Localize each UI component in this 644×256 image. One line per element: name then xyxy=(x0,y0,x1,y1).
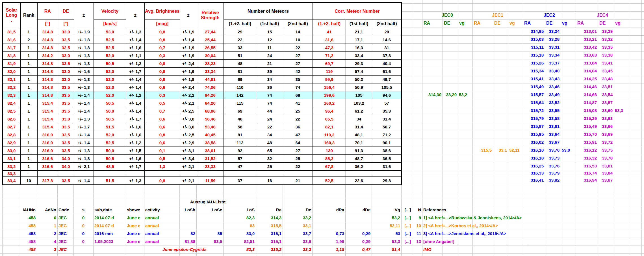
cell-n2[interactable]: 14 xyxy=(283,28,313,36)
col-header-rank[interactable]: Rank xyxy=(20,3,37,28)
iau-cell-n[interactable]: 10 xyxy=(416,222,421,230)
iau-cell-de[interactable]: 33,3 xyxy=(303,246,311,253)
cell-pm1[interactable]: +/- 1,3 xyxy=(74,83,94,91)
cell-c12[interactable]: 41 xyxy=(313,28,346,36)
cell-n1[interactable]: 16 xyxy=(256,177,283,185)
iau-header-s[interactable]: s xyxy=(73,206,93,214)
jec-value-jec2-ra[interactable]: 315,87 xyxy=(523,122,544,130)
jec-value-jec4-de[interactable]: 33,54 xyxy=(598,91,613,99)
cell-rel[interactable]: 28,23 xyxy=(197,60,224,68)
col-header-pm-radec[interactable]: ± xyxy=(74,3,94,28)
cell-pm3[interactable]: +/- 2,5 xyxy=(180,131,197,139)
cell-mag[interactable]: 0,5 xyxy=(145,99,180,107)
cell-pm3[interactable]: +/- 2,9 xyxy=(180,139,197,147)
cell-c12[interactable]: 82,1 xyxy=(313,123,346,131)
cell-c1[interactable]: 57,4 xyxy=(346,68,372,76)
col-header-nom-1st-half[interactable]: (1st half) xyxy=(256,20,283,28)
cell-c1[interactable]: 91,3 xyxy=(346,147,372,155)
cell-ra[interactable]: 314,8 xyxy=(37,76,58,83)
jec-value-jec4-de[interactable]: 33,60 xyxy=(598,107,613,115)
cell-n12[interactable]: 92 xyxy=(224,147,256,155)
cell-rel[interactable]: 23,33 xyxy=(197,163,224,171)
jec-value-jec0-ra[interactable]: 314,30 xyxy=(422,91,441,99)
cell-sl[interactable]: 82,7 xyxy=(3,123,20,131)
cell-c2[interactable]: 37,8 xyxy=(372,52,402,60)
cell-de[interactable]: 33,5 xyxy=(58,147,74,155)
cell-n12[interactable]: 81 xyxy=(224,131,256,139)
cell-rank[interactable]: 1 xyxy=(20,99,37,107)
cell-de[interactable]: 34,0 xyxy=(58,155,74,163)
jec-value-jec2-de[interactable]: 33,49 xyxy=(545,91,560,99)
cell-rel[interactable]: 44,81 xyxy=(197,76,224,83)
cell-rank[interactable]: 1 xyxy=(20,44,37,52)
cell-c2[interactable]: 31,6 xyxy=(372,163,402,171)
iau-cell-s[interactable]: 0 xyxy=(73,238,93,246)
cell-vel[interactable]: 50,0 xyxy=(94,147,126,155)
jec-value-jec4-ra[interactable]: 316,53 xyxy=(576,162,597,170)
iau-cell-vg[interactable]: 52,11 xyxy=(390,222,400,230)
cell-pm2[interactable]: +/- 1,5 xyxy=(126,147,145,155)
jec-value-jec2-de[interactable]: 33,31 xyxy=(545,43,560,51)
jec-value-jec2-de[interactable]: 33,64 xyxy=(545,130,560,138)
cell-mag[interactable]: 0,6 xyxy=(145,115,180,123)
cell-rel[interactable]: 38,58 xyxy=(197,139,224,147)
cell-c2[interactable]: 14,6 xyxy=(372,36,402,44)
iau-cell-activity[interactable]: annual xyxy=(145,230,159,238)
cell-pm2[interactable]: +/- 1,6 xyxy=(126,44,145,52)
cell-vel[interactable]: 51,5 xyxy=(94,123,126,131)
col-header-velocity-unit[interactable]: [km/s] xyxy=(94,20,126,28)
col-header-de-unit[interactable]: [°] xyxy=(58,20,74,28)
cell-c1[interactable]: 31,4 xyxy=(346,123,372,131)
cell-sl[interactable]: 82,0 xyxy=(3,68,20,76)
iau-cell-ell[interactable]: [...] xyxy=(405,230,411,238)
jec-value-jec2-ra[interactable]: 315,64 xyxy=(523,99,544,107)
iau-header-refs[interactable]: References xyxy=(423,206,446,214)
cell-pm1[interactable]: +/- 2,1 xyxy=(74,163,94,171)
iau-cell-shower[interactable]: June e xyxy=(127,230,140,238)
cell-rel[interactable]: 40,45 xyxy=(197,131,224,139)
cell-pm1[interactable]: +/- 1,3 xyxy=(74,147,94,155)
cell-pm1[interactable]: +/- 1,4 xyxy=(74,139,94,147)
cell-n2[interactable]: 74 xyxy=(283,83,313,91)
iau-cell-refs[interactable]: IMO xyxy=(423,246,431,253)
jec-value-jec1-de[interactable]: 33,1 xyxy=(493,146,507,154)
iau-cell-code[interactable]: JEC xyxy=(58,214,67,222)
cell-n1[interactable]: 34 xyxy=(256,131,283,139)
cell-c12[interactable]: 96,4 xyxy=(313,107,346,115)
cell-c1[interactable]: 33,4 xyxy=(346,52,372,60)
cell-rank[interactable]: 1 xyxy=(20,155,37,163)
cell-rank[interactable]: 1 xyxy=(20,91,37,99)
cell-c12[interactable]: 67,8 xyxy=(313,163,346,171)
jec-value-jec4-de[interactable]: 33,69 xyxy=(598,130,613,138)
cell-c12[interactable]: 160,3 xyxy=(313,139,346,147)
iau-cell-iauno[interactable]: 458 xyxy=(29,214,36,222)
cell-rel[interactable]: 30,04 xyxy=(197,52,224,60)
jec-value-jec4-ra[interactable]: 315,70 xyxy=(576,130,597,138)
cell-pm2[interactable] xyxy=(126,171,145,177)
iau-header-activity[interactable]: activity xyxy=(145,206,160,214)
jec-value-jec4-ra[interactable]: 313,42 xyxy=(576,43,597,51)
cell-sl[interactable]: 82,8 xyxy=(3,131,20,139)
cell-c12[interactable] xyxy=(313,171,346,177)
jec-value-jec4-ra[interactable]: 314,04 xyxy=(576,67,597,75)
iau-header-ell[interactable]: [...] xyxy=(405,206,411,214)
cell-c12[interactable]: 99,9 xyxy=(313,76,346,83)
cell-n1[interactable] xyxy=(256,171,283,177)
cell-sl[interactable]: 82,2 xyxy=(3,83,20,91)
cell-c12[interactable]: 52,5 xyxy=(313,177,346,185)
cell-vel[interactable]: 50,5 xyxy=(94,155,126,163)
cell-vel[interactable] xyxy=(94,171,126,177)
cell-pm2[interactable]: +/- 1,4 xyxy=(126,107,145,115)
cell-vel[interactable]: 52,5 xyxy=(94,44,126,52)
jec-value-jec2-de[interactable]: 33,55 xyxy=(545,107,560,115)
cell-c2[interactable] xyxy=(372,171,402,177)
cell-vel[interactable]: 52,5 xyxy=(94,36,126,44)
iau-cell-shower[interactable]: June e xyxy=(127,222,140,230)
cell-rank[interactable]: 1 xyxy=(20,115,37,123)
cell-rank[interactable]: - xyxy=(20,171,37,177)
cell-vel[interactable]: 51,5 xyxy=(94,177,126,185)
cell-pm3[interactable]: +/- 3,0 xyxy=(180,115,197,123)
cell-de[interactable]: 33,5 xyxy=(58,107,74,115)
cell-c1[interactable]: 21,1 xyxy=(346,28,372,36)
jec-value-jec2-de[interactable]: 33,73 xyxy=(545,154,560,162)
